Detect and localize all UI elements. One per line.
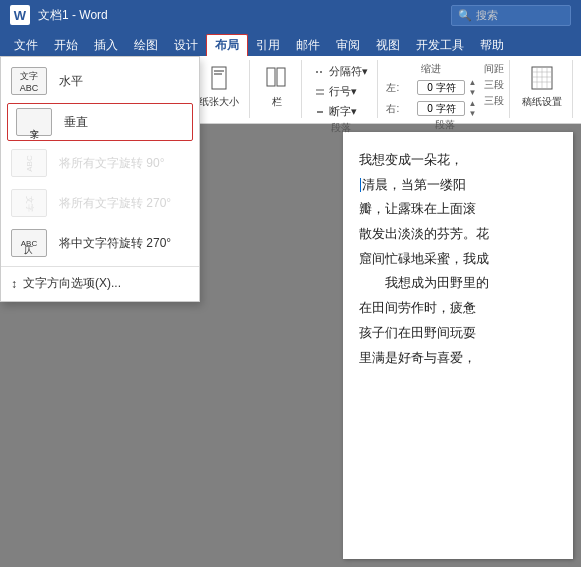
tab-file[interactable]: 文件 — [6, 34, 46, 56]
columns-label: 栏 — [272, 95, 282, 109]
separator-label: 分隔符▾ — [329, 64, 368, 79]
indent-right-value[interactable] — [417, 101, 465, 116]
doc-line-9: 里满是好奇与喜爱， — [359, 346, 557, 371]
manuscript-icon — [531, 66, 553, 93]
search-box[interactable]: 🔍 搜索 — [451, 5, 571, 26]
indent-left-value[interactable] — [417, 80, 465, 95]
indent-right-spin[interactable]: ▲ ▼ — [468, 99, 476, 118]
tab-draw[interactable]: 绘图 — [126, 34, 166, 56]
indent-left-up[interactable]: ▲ — [468, 78, 476, 88]
text-direction-dropdown: 文字 ABC 水平 文字 垂直 ABC 将所有文字旋转 90° 文字 将 — [0, 56, 200, 302]
doc-line-5: 窟间忙碌地采蜜，我成 — [359, 247, 557, 272]
options-icon: ↕ — [11, 277, 17, 291]
dropdown-item-chinese270[interactable]: 仄 ABC 将中文字符旋转 270° — [1, 223, 199, 263]
tab-mail[interactable]: 邮件 — [288, 34, 328, 56]
title-bar-left: W 文档1 - Word — [10, 5, 108, 25]
doc-line-7: 在田间劳作时，疲惫 — [359, 296, 557, 321]
tab-start[interactable]: 开始 — [46, 34, 86, 56]
rotate90-label: 将所有文字旋转 90° — [59, 155, 164, 172]
indent-section: 缩进 左: ▲ ▼ 右: ▲ ▼ — [386, 62, 476, 118]
title-bar-right: 🔍 搜索 — [451, 5, 571, 26]
doc-line-4: 散发出淡淡的芬芳。花 — [359, 222, 557, 247]
svg-rect-11 — [277, 68, 285, 86]
line-number-label: 行号▾ — [329, 84, 357, 99]
vertical-label: 垂直 — [64, 114, 88, 131]
search-icon: 🔍 — [458, 9, 472, 22]
svg-rect-10 — [267, 68, 275, 86]
text-cursor — [360, 178, 361, 192]
text-direction-options-button[interactable]: ↕ 文字方向选项(X)... — [1, 270, 199, 297]
rotate90-icon: ABC — [11, 149, 47, 177]
tab-review[interactable]: 审阅 — [328, 34, 368, 56]
spacing-after-label: 三段 — [484, 94, 504, 108]
tab-reference[interactable]: 引用 — [248, 34, 288, 56]
hyphen-button[interactable]: 断字▾ — [310, 102, 372, 121]
search-placeholder: 搜索 — [476, 8, 498, 23]
rotate270-icon: 文字 — [11, 189, 47, 217]
indent-section-label: 缩进 — [386, 62, 476, 76]
paragraph-col: 分隔符▾ 行号▾ 断字▾ — [310, 62, 372, 121]
title-bar: W 文档1 - Word 🔍 搜索 — [0, 0, 581, 30]
tab-dev[interactable]: 开发工具 — [408, 34, 472, 56]
chinese270-label: 将中文字符旋转 270° — [59, 235, 171, 252]
doc-line-2: 清晨，当第一缕阳 — [359, 173, 557, 198]
horizontal-label: 水平 — [59, 73, 83, 90]
columns-group: 栏 — [252, 60, 302, 118]
horizontal-icon: 文字 ABC — [11, 67, 47, 95]
line-number-button[interactable]: 行号▾ — [310, 82, 372, 101]
dropdown-divider — [1, 266, 199, 267]
spacing-top-row: 三段 — [484, 78, 504, 92]
word-icon: W — [10, 5, 30, 25]
indent-right-down[interactable]: ▼ — [468, 109, 476, 119]
indent-right-up[interactable]: ▲ — [468, 99, 476, 109]
manuscript-button[interactable]: 稿纸设置 — [518, 64, 566, 111]
document-page[interactable]: 我想变成一朵花， 清晨，当第一缕阳 瓣，让露珠在上面滚 散发出淡淡的芬芳。花 窟… — [343, 132, 573, 559]
doc-line-1: 我想变成一朵花， — [359, 148, 557, 173]
doc-content: 我想变成一朵花， 清晨，当第一缕阳 瓣，让露珠在上面滚 散发出淡淡的芬芳。花 窟… — [359, 148, 557, 370]
indent-right-label: 右: — [386, 102, 414, 116]
paragraph-group: 分隔符▾ 行号▾ 断字▾ 段落 — [304, 60, 378, 118]
dropdown-item-horizontal[interactable]: 文字 ABC 水平 — [1, 61, 199, 101]
indent-left-label: 左: — [386, 81, 414, 95]
manuscript-label: 稿纸设置 — [522, 95, 562, 109]
spacing-bottom-row: 三段 — [484, 94, 504, 108]
hyphen-label: 断字▾ — [329, 104, 357, 119]
tab-design[interactable]: 设计 — [166, 34, 206, 56]
dropdown-item-rotate90[interactable]: ABC 将所有文字旋转 90° — [1, 143, 199, 183]
columns-icon — [266, 66, 288, 93]
indent-left-down[interactable]: ▼ — [468, 88, 476, 98]
doc-line-8: 孩子们在田野间玩耍 — [359, 321, 557, 346]
tab-layout[interactable]: 布局 — [206, 34, 248, 56]
doc-line-3: 瓣，让露珠在上面滚 — [359, 197, 557, 222]
options-label: 文字方向选项(X)... — [23, 275, 121, 292]
rotate270-label: 将所有文字旋转 270° — [59, 195, 171, 212]
tab-view[interactable]: 视图 — [368, 34, 408, 56]
ribbon: 文字 ↕ ↔ 文字方向 页边距 — [0, 56, 581, 124]
tab-insert[interactable]: 插入 — [86, 34, 126, 56]
tab-help[interactable]: 帮助 — [472, 34, 512, 56]
separator-button[interactable]: 分隔符▾ — [310, 62, 372, 81]
vertical-icon: 文字 — [16, 108, 52, 136]
indent-right-row: 右: ▲ ▼ — [386, 99, 476, 118]
chinese270-icon: 仄 ABC — [11, 229, 47, 257]
size-button[interactable]: 纸张大小 — [195, 64, 243, 111]
dropdown-item-vertical[interactable]: 文字 垂直 — [7, 103, 193, 141]
paragraph-group-label: 段落 — [331, 121, 351, 135]
ribbon-tabs: 文件 开始 插入 绘图 设计 布局 引用 邮件 审阅 视图 开发工具 帮助 — [0, 30, 581, 56]
size-label: 纸张大小 — [199, 95, 239, 109]
spacing-before-label: 三段 — [484, 78, 504, 92]
svg-rect-7 — [212, 67, 226, 89]
app-title: 文档1 - Word — [38, 7, 108, 24]
indent-group: 缩进 左: ▲ ▼ 右: ▲ ▼ — [380, 60, 510, 118]
indent-group-label: 段落 — [435, 118, 455, 132]
columns-button[interactable]: 栏 — [259, 64, 295, 111]
manuscript-group: 稿纸设置 — [512, 60, 573, 118]
indent-left-row: 左: ▲ ▼ — [386, 78, 476, 97]
size-icon — [208, 66, 230, 93]
doc-line-6: 我想成为田野里的 — [359, 271, 557, 296]
dropdown-item-rotate270[interactable]: 文字 将所有文字旋转 270° — [1, 183, 199, 223]
spacing-section: 间距 三段 三段 — [484, 62, 504, 118]
spacing-section-label: 间距 — [484, 62, 504, 76]
indent-left-spin[interactable]: ▲ ▼ — [468, 78, 476, 97]
